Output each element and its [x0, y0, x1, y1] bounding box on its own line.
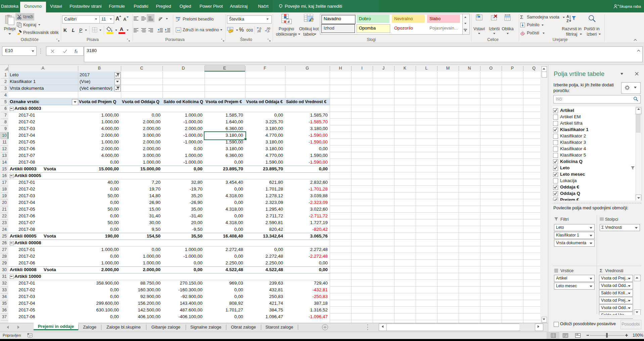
- svg-text:ab: ab: [158, 16, 162, 21]
- svg-text:,00: ,00: [257, 30, 261, 33]
- svg-text:,0: ,0: [267, 30, 269, 33]
- svg-text:Z: Z: [566, 19, 569, 23]
- svg-text:≠: ≠: [287, 19, 290, 24]
- svg-text:A: A: [566, 14, 569, 18]
